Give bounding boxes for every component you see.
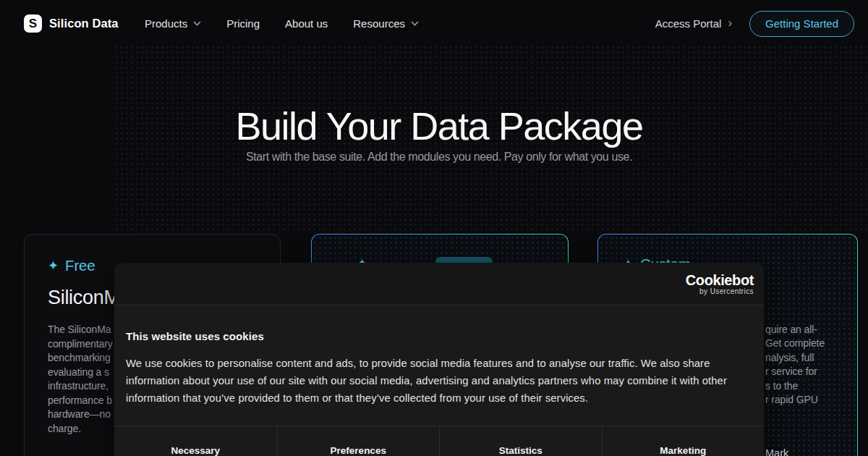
chevron-down-icon (411, 21, 419, 26)
nav-item-label: About us (285, 17, 328, 30)
description-line: infrastructure, (48, 379, 113, 394)
description-fragment: r service for (765, 365, 817, 379)
nav-item-pricing[interactable]: Pricing (226, 17, 260, 30)
access-portal-link[interactable]: Access Portal › (655, 17, 732, 30)
nav-item-about-us[interactable]: About us (285, 17, 328, 30)
description-line: benchmarking (48, 351, 113, 366)
nav-item-label: Pricing (226, 17, 260, 30)
cookie-consent-dialog: Cookiebot by Usercentrics This website u… (114, 263, 764, 456)
description-line: performance b (48, 394, 113, 408)
sparkle-icon: ✦ (48, 259, 59, 272)
page-subtitle: Start with the base suite. Add the modul… (0, 151, 868, 164)
description-line: charge. (48, 422, 113, 436)
cookie-dialog-body: This website uses cookies We use cookies… (126, 306, 754, 407)
card-description: The SiliconMa complimentary benchmarking… (48, 323, 113, 436)
cookiebot-logo-subtext: by Usercentrics (686, 287, 754, 295)
description-fragment: r rapid GPU (765, 393, 818, 408)
cookie-category-preferences[interactable]: Preferences (277, 426, 440, 456)
access-portal-label: Access Portal (655, 17, 722, 30)
nav-links: Products Pricing About us Resources (145, 0, 419, 47)
page: S Silicon Data Products Pricing About us… (0, 0, 868, 456)
nav-item-products[interactable]: Products (145, 17, 201, 30)
cookie-dialog-title: This website uses cookies (126, 330, 754, 342)
silicon-data-logo-icon: S (24, 14, 42, 33)
description-fragment: s to the (765, 379, 798, 394)
getting-started-button[interactable]: Getting Started (749, 11, 854, 37)
brand[interactable]: S Silicon Data (24, 14, 119, 33)
cookiebot-logo-text: Cookiebot (686, 273, 754, 287)
plan-name: Free (65, 257, 95, 274)
cookie-dialog-description: We use cookies to personalise content an… (126, 355, 754, 407)
chevron-down-icon (193, 21, 201, 26)
nav-item-label: Resources (353, 17, 405, 30)
nav-item-label: Products (145, 17, 187, 30)
cookie-category-marketing[interactable]: Marketing (602, 426, 765, 456)
chevron-right-icon: › (728, 17, 732, 29)
description-fragment: Get complete (765, 337, 825, 351)
description-fragment: quire an all- (765, 323, 817, 337)
cookie-category-statistics[interactable]: Statistics (439, 426, 602, 456)
cookie-category-necessary[interactable]: Necessary (114, 426, 277, 456)
footer-fragment: Mark (765, 447, 788, 456)
cookie-dialog-header: Cookiebot by Usercentrics (114, 263, 764, 305)
nav-right-group: Access Portal › Getting Started (655, 0, 854, 47)
description-line: evaluating a s (48, 366, 113, 380)
description-fragment: nalysis, full (765, 351, 814, 366)
top-navigation: S Silicon Data Products Pricing About us… (0, 0, 868, 47)
brand-name: Silicon Data (49, 17, 119, 30)
cookie-category-row: Necessary Preferences Statistics Marketi… (114, 426, 764, 456)
nav-item-resources[interactable]: Resources (353, 17, 419, 30)
description-line: hardware—no (48, 408, 113, 422)
description-line: The SiliconMa (48, 323, 113, 337)
description-line: complimentary (48, 337, 113, 352)
plan-label-free: ✦ Free (48, 257, 95, 274)
cookiebot-logo: Cookiebot by Usercentrics (686, 273, 754, 295)
page-title: Build Your Data Package (0, 104, 868, 148)
